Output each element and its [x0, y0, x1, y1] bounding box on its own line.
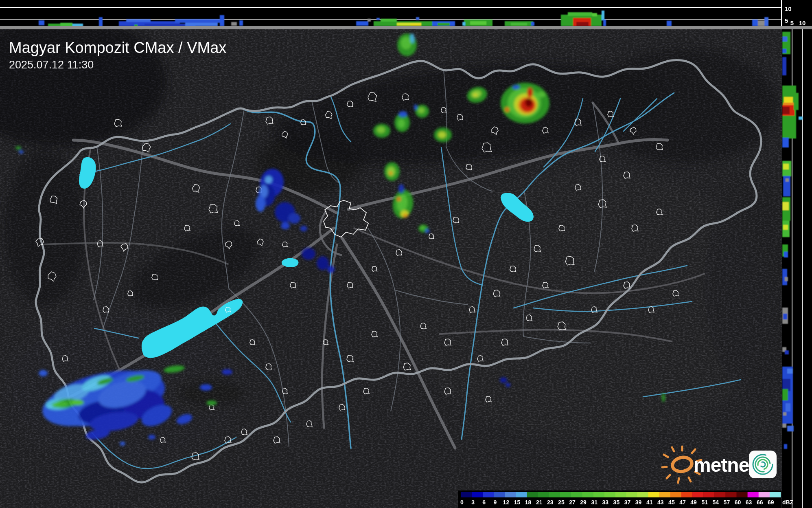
- legend-segment: [582, 492, 593, 497]
- map-timestamp: 2025.07.12 11:30: [9, 59, 94, 71]
- profile-echo: [438, 23, 450, 26]
- dbz-legend: 0369121518212325272931333537394143454749…: [458, 490, 794, 508]
- map-echo: [200, 384, 212, 391]
- profile-echo: [231, 22, 237, 26]
- legend-segment: [604, 492, 615, 497]
- legend-tick-label: 57: [724, 499, 730, 506]
- profile-echo: [667, 21, 672, 26]
- map-echo: [15, 146, 21, 150]
- map-echo: [506, 108, 508, 111]
- top-strip-right-edge: [781, 0, 782, 26]
- map-echo: [281, 222, 290, 229]
- legend-segment: [516, 492, 527, 497]
- legend-segment: [626, 492, 638, 497]
- profile-echo: [782, 37, 787, 42]
- map-echo: [537, 92, 545, 97]
- map-echo: [300, 226, 307, 231]
- profile-echo: [784, 252, 788, 257]
- profile-echo: [185, 23, 218, 26]
- map-echo: [473, 93, 478, 97]
- legend-tick-label: 41: [646, 499, 653, 506]
- radar-composite-screen: 105 510 Magyar Kompozit CMax / VMax 2025…: [0, 0, 812, 508]
- profile-echo: [764, 17, 768, 26]
- profile-echo: [794, 93, 799, 110]
- map-echo: [420, 226, 425, 229]
- legend-segment: [770, 492, 781, 497]
- profile-echo: [787, 369, 793, 374]
- legend-tick-label: 9: [493, 499, 497, 506]
- map-echo: [398, 184, 404, 193]
- legend-tick-label: 0: [460, 499, 464, 506]
- profile-echo: [787, 426, 794, 431]
- map-echo: [120, 442, 125, 446]
- map-echo: [302, 248, 315, 260]
- legend-segment: [494, 492, 505, 497]
- legend-segment: [725, 492, 737, 497]
- profile-echo: [783, 164, 789, 169]
- legend-tick-label: 21: [536, 499, 543, 506]
- legend-tick-label: 60: [735, 499, 741, 506]
- legend-tick-label: 33: [602, 499, 609, 506]
- legend-segment: [637, 492, 649, 497]
- legend-tick-label: 29: [580, 499, 587, 506]
- profile-echo: [786, 403, 790, 411]
- legend-tick-label: 27: [569, 499, 576, 506]
- profile-echo: [782, 389, 788, 400]
- legend-segment: [681, 492, 693, 497]
- legend-segment: [692, 492, 704, 497]
- map-echo: [398, 119, 405, 128]
- profile-echo: [462, 22, 465, 26]
- profile-echo: [531, 22, 534, 26]
- profile-echo: [39, 20, 44, 25]
- map-echo: [288, 213, 300, 224]
- legend-segment: [461, 492, 472, 497]
- scale-corner: 105 510: [782, 0, 812, 26]
- legend-segment: [571, 492, 582, 497]
- legend-tick-label: 23: [547, 499, 554, 506]
- terrain-noise: [0, 29, 782, 508]
- legend-tick-label: 49: [690, 499, 697, 506]
- profile-echo: [782, 416, 790, 423]
- map-echo: [662, 393, 665, 402]
- map-echo: [403, 213, 408, 218]
- profile-echo: [782, 202, 789, 210]
- profile-echo: [592, 13, 597, 16]
- profile-echo: [783, 314, 787, 319]
- app-icon: [749, 451, 777, 478]
- map-echo: [222, 369, 232, 375]
- map-echo: [401, 37, 411, 49]
- map-echo: [19, 150, 24, 154]
- logo-text: metnet: [694, 454, 755, 476]
- map-echo: [414, 104, 417, 110]
- legend-segment: [505, 492, 516, 497]
- legend-tick-label: 47: [679, 499, 686, 506]
- profile-echo: [576, 22, 589, 26]
- legend-tick-label: 31: [591, 499, 598, 506]
- legend-tick-label: 45: [668, 499, 675, 506]
- profile-echo: [783, 225, 788, 230]
- height-scale-label: 10: [785, 5, 792, 12]
- map-echo: [265, 176, 272, 183]
- profile-echo: [381, 19, 397, 22]
- profile-echo: [758, 20, 764, 26]
- profile-echo: [416, 17, 419, 20]
- profile-echo: [603, 20, 606, 26]
- legend-segment: [659, 492, 671, 497]
- legend-tick-label: 15: [514, 499, 521, 506]
- legend-segment: [737, 492, 748, 497]
- profile-echo: [782, 138, 789, 147]
- legend-tick-label: 51: [701, 499, 708, 506]
- radar-canvas: 105 510 Magyar Kompozit CMax / VMax 2025…: [0, 0, 812, 508]
- map-echo: [39, 370, 48, 376]
- map-echo: [256, 196, 265, 212]
- profile-echo: [99, 17, 103, 27]
- map-echo: [512, 85, 520, 89]
- right-scale-label: 10: [799, 20, 806, 26]
- horizontal-separator: [0, 26, 812, 29]
- profile-echo: [470, 21, 486, 25]
- map-echo: [317, 256, 329, 270]
- legend-tick-label: 18: [525, 499, 532, 506]
- legend-segment: [472, 492, 483, 497]
- legend-tick-label: 54: [713, 499, 719, 506]
- map-echo: [527, 88, 533, 97]
